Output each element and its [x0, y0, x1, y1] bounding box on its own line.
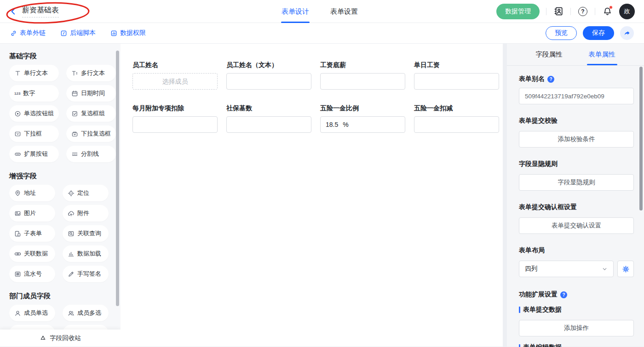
- tab-form-properties[interactable]: 表单属性: [575, 44, 628, 65]
- multi-select-icon: [71, 131, 78, 137]
- sidebar-item-extend-button[interactable]: 扩展按钮: [9, 146, 59, 162]
- share-button[interactable]: [620, 26, 634, 40]
- add-validation-button[interactable]: 添加校验条件: [519, 131, 634, 148]
- subform-icon: [14, 230, 21, 237]
- divider: [595, 8, 595, 15]
- text-input[interactable]: [226, 116, 311, 133]
- active-tab-underline: [587, 64, 617, 65]
- sidebar-item-divider-line[interactable]: 分割线: [66, 146, 116, 162]
- preview-button[interactable]: 预览: [546, 26, 577, 40]
- text-input[interactable]: [414, 73, 499, 90]
- datetime-icon: [71, 90, 78, 97]
- lookup-icon: [68, 230, 75, 237]
- basic-fields-grid: 单行文本 多行文本 123 数字 日期时间 单选按钮组: [9, 65, 109, 162]
- help-icon[interactable]: ?: [547, 76, 554, 83]
- field-social-security-base[interactable]: 社保基数: [226, 104, 311, 133]
- save-button[interactable]: 保存: [583, 26, 614, 40]
- data-load-icon: [68, 250, 75, 257]
- sidebar-item-member-multi[interactable]: 成员多选: [63, 305, 109, 321]
- sidebar-item-select[interactable]: 下拉框: [9, 125, 59, 142]
- text-input[interactable]: [226, 73, 311, 90]
- layout-select[interactable]: 四列: [519, 261, 614, 277]
- form-canvas: 员工姓名 员工姓名（文本） 工资底薪 单日工资 每月附加专项扣除 社保基数: [121, 44, 503, 347]
- sidebar-item-signature[interactable]: 手写签名: [63, 266, 109, 282]
- avatar[interactable]: 政: [619, 4, 635, 19]
- field-insurance-ratio[interactable]: 五险一金比例 18.5 %: [320, 104, 405, 133]
- main-area: 基础字段 单行文本 多行文本 123 数字 日期时间: [0, 44, 644, 347]
- single-line-text-icon: [14, 70, 21, 77]
- sidebar-item-linked-data[interactable]: 关联数据: [9, 245, 55, 262]
- layout-settings-button[interactable]: [617, 261, 634, 277]
- sidebar-item-image[interactable]: 图片: [9, 205, 55, 222]
- text-input[interactable]: [320, 73, 405, 90]
- text-input[interactable]: [132, 116, 218, 133]
- page-title[interactable]: 薪资基础表: [22, 6, 59, 17]
- active-tab-underline: [281, 22, 310, 23]
- sidebar-item-number[interactable]: 123 数字: [9, 85, 59, 102]
- section-title-member-fields: 部门成员字段: [9, 292, 109, 301]
- text-input[interactable]: [414, 116, 499, 133]
- field-insurance-deduction[interactable]: 五险一金扣减: [414, 104, 499, 133]
- data-manage-button[interactable]: 数据管理: [496, 4, 540, 19]
- sidebar-item-datetime[interactable]: 日期时间: [66, 85, 116, 102]
- sidebar-item-multi-select[interactable]: 下拉复选框: [66, 125, 116, 142]
- field-grid: 员工姓名 员工姓名（文本） 工资底薪 单日工资 每月附加专项扣除 社保基数: [132, 61, 503, 133]
- back-icon[interactable]: [9, 7, 17, 16]
- sidebar-item-radio-group[interactable]: 单选按钮组: [9, 105, 59, 122]
- sidebar-item-location[interactable]: 定位: [63, 185, 109, 201]
- add-submit-action-button[interactable]: 添加操作: [519, 320, 634, 336]
- image-icon: [14, 210, 21, 217]
- sidebar-item-attachment[interactable]: 附件: [63, 205, 109, 222]
- field-visibility-button[interactable]: 字段显隐规则: [519, 174, 634, 191]
- share-arrow-icon: [623, 29, 631, 37]
- form-toolbar: 表单外链 后端脚本 数据权限 预览 保存: [0, 23, 644, 44]
- submit-validation-label: 表单提交校验: [519, 117, 634, 125]
- contacts-icon[interactable]: [553, 6, 564, 17]
- sidebar-item-subform[interactable]: 子表单: [9, 225, 55, 242]
- divider: [570, 8, 571, 15]
- sidebar-item-data-load[interactable]: 数据加载: [63, 245, 109, 262]
- sidebar-item-address[interactable]: 地址: [9, 185, 55, 201]
- topbar-actions: 数据管理 ? 政: [496, 4, 635, 19]
- field-monthly-deduction[interactable]: 每月附加专项扣除: [132, 104, 218, 133]
- unit-label: %: [343, 121, 348, 128]
- sidebar-item-serial-number[interactable]: 流水号: [9, 266, 55, 282]
- sidebar-item-member-single[interactable]: 成员单选: [9, 305, 55, 321]
- backend-script-button[interactable]: 后端脚本: [60, 29, 96, 37]
- submit-data-label: 表单提交数据: [523, 306, 562, 314]
- help-icon[interactable]: ?: [560, 291, 567, 298]
- submit-confirm-button[interactable]: 表单提交确认设置: [519, 217, 634, 234]
- section-title-basic-fields: 基础字段: [9, 52, 109, 61]
- attachment-icon: [68, 210, 75, 217]
- field-library-sidebar: 基础字段 单行文本 多行文本 123 数字 日期时间: [0, 44, 121, 347]
- sidebar-item-single-line-text[interactable]: 单行文本: [9, 65, 59, 81]
- section-marker: [519, 307, 520, 313]
- tab-form-design[interactable]: 表单设计: [282, 0, 309, 23]
- signature-icon: [68, 271, 75, 278]
- external-link-button[interactable]: 表单外链: [10, 29, 46, 37]
- data-permission-button[interactable]: 数据权限: [110, 29, 146, 37]
- sidebar-item-lookup[interactable]: 关联查询: [63, 225, 109, 242]
- field-daily-salary[interactable]: 单日工资: [414, 61, 499, 90]
- field-employee-name-text[interactable]: 员工姓名（文本）: [226, 61, 311, 90]
- member-picker-input[interactable]: [132, 73, 218, 90]
- form-alias-input[interactable]: [519, 88, 634, 104]
- field-base-salary[interactable]: 工资底薪: [320, 61, 405, 90]
- field-employee-name[interactable]: 员工姓名: [132, 61, 218, 90]
- field-recycle-bin-button[interactable]: 字段回收站: [0, 330, 121, 347]
- recycle-icon: [40, 335, 46, 341]
- tab-field-properties[interactable]: 字段属性: [523, 44, 575, 65]
- form-layout-label: 表单布局: [519, 246, 634, 255]
- properties-tabs: 字段属性 表单属性: [507, 44, 644, 66]
- sidebar-item-multi-line-text[interactable]: 多行文本: [66, 65, 116, 81]
- sidebar-scrollbar[interactable]: [116, 51, 119, 306]
- sidebar-item-checkbox-group[interactable]: 复选框组: [66, 105, 116, 122]
- form-alias-label: 表单别名: [519, 75, 545, 83]
- location-icon: [68, 190, 75, 197]
- serial-number-icon: [14, 271, 21, 278]
- help-icon[interactable]: ?: [577, 6, 588, 17]
- insurance-ratio-input[interactable]: 18.5 %: [320, 116, 405, 133]
- tab-form-settings[interactable]: 表单设置: [330, 0, 358, 23]
- panel-scrollbar[interactable]: [639, 67, 643, 210]
- notification-bell-icon[interactable]: [602, 6, 613, 17]
